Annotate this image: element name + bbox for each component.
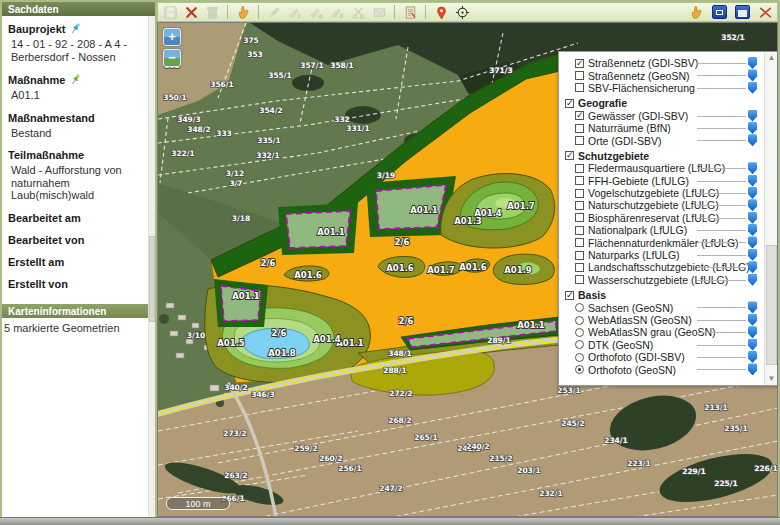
opacity-slider[interactable] bbox=[697, 187, 757, 199]
map-viewport[interactable]: 375353352356/1355/1357/1358/1350/1354/23… bbox=[157, 22, 778, 517]
slider-handle-icon[interactable] bbox=[748, 274, 757, 286]
slider-handle-icon[interactable] bbox=[748, 301, 757, 313]
slider-handle-icon[interactable] bbox=[748, 199, 757, 211]
opacity-slider[interactable] bbox=[697, 82, 757, 94]
layer-checkbox[interactable] bbox=[575, 124, 584, 133]
layer-checkbox[interactable] bbox=[565, 291, 574, 300]
opacity-slider[interactable] bbox=[697, 236, 757, 248]
slider-handle-icon[interactable] bbox=[748, 314, 757, 326]
opacity-slider[interactable] bbox=[697, 212, 757, 224]
layer-checkbox[interactable] bbox=[575, 213, 584, 222]
opacity-slider[interactable] bbox=[697, 363, 757, 375]
layer-row[interactable]: DTK (GeoSN) bbox=[563, 339, 762, 351]
layer-row[interactable]: Orthofoto (GeoSN) bbox=[563, 363, 762, 375]
overview-toggle-button[interactable] bbox=[711, 4, 727, 20]
layer-row[interactable]: Wasserschutzgebiete (LfULG) bbox=[563, 274, 762, 286]
karteninformationen-header[interactable]: Karteninformationen bbox=[2, 304, 155, 318]
layer-checkbox[interactable] bbox=[575, 83, 584, 92]
sidebar-scrollbar[interactable] bbox=[148, 16, 155, 517]
opacity-slider[interactable] bbox=[697, 249, 757, 261]
layer-checkbox[interactable] bbox=[565, 99, 574, 108]
layer-row[interactable]: SBV-Flächensicherung bbox=[563, 82, 762, 94]
opacity-slider[interactable] bbox=[697, 199, 757, 211]
layer-checkbox[interactable] bbox=[575, 111, 584, 120]
slider-handle-icon[interactable] bbox=[748, 110, 757, 122]
layer-checkbox[interactable] bbox=[575, 226, 584, 235]
opacity-slider[interactable] bbox=[697, 134, 757, 146]
opacity-slider[interactable] bbox=[697, 122, 757, 134]
slider-handle-icon[interactable] bbox=[748, 339, 757, 351]
opacity-slider[interactable] bbox=[697, 261, 757, 273]
opacity-slider[interactable] bbox=[697, 224, 757, 236]
layer-panel-scrollbar[interactable]: ▲ ▼ bbox=[764, 52, 778, 385]
slider-handle-icon[interactable] bbox=[748, 326, 757, 338]
slider-handle-icon[interactable] bbox=[748, 187, 757, 199]
layer-row[interactable]: Orte (GDI-SBV) bbox=[563, 134, 762, 146]
layer-group-row[interactable]: Basis bbox=[563, 289, 762, 301]
opacity-slider[interactable] bbox=[697, 301, 757, 313]
layer-row[interactable]: Flächennaturdenkmäler (LfULG) bbox=[563, 236, 762, 248]
zoom-out-button[interactable]: − bbox=[163, 49, 181, 67]
slider-handle-icon[interactable] bbox=[748, 363, 757, 375]
layer-radio[interactable] bbox=[575, 316, 584, 325]
slider-handle-icon[interactable] bbox=[748, 351, 757, 363]
layer-radio[interactable] bbox=[575, 328, 584, 337]
layer-row[interactable]: Naturschutzgebiete (LfULG) bbox=[563, 199, 762, 211]
slider-handle-icon[interactable] bbox=[748, 162, 757, 174]
slider-handle-icon[interactable] bbox=[748, 69, 757, 81]
layer-row[interactable]: Orthofoto (GDI-SBV) bbox=[563, 351, 762, 363]
layer-group-row[interactable]: Schutzgebiete bbox=[563, 150, 762, 162]
layer-checkbox[interactable] bbox=[575, 176, 584, 185]
layer-row[interactable]: Sachsen (GeoSN) bbox=[563, 301, 762, 313]
scroll-down-icon[interactable]: ▼ bbox=[765, 373, 778, 385]
layer-row[interactable]: Biosphärenreservat (LfULG) bbox=[563, 212, 762, 224]
layer-row[interactable]: Fledermausquartiere (LfULG) bbox=[563, 162, 762, 174]
sachdaten-header[interactable]: Sachdaten bbox=[2, 2, 155, 16]
layer-checkbox[interactable] bbox=[575, 136, 584, 145]
close-button[interactable] bbox=[757, 4, 773, 20]
layer-panel-scrollbar-thumb[interactable] bbox=[766, 245, 777, 365]
slider-handle-icon[interactable] bbox=[748, 224, 757, 236]
legend-toggle-button[interactable] bbox=[734, 4, 750, 20]
opacity-slider[interactable] bbox=[697, 162, 757, 174]
layer-row[interactable]: Straßennetz (GeoSN) bbox=[563, 69, 762, 81]
scroll-up-icon[interactable]: ▲ bbox=[765, 52, 778, 64]
slider-handle-icon[interactable] bbox=[748, 212, 757, 224]
layer-checkbox[interactable] bbox=[575, 201, 584, 210]
slider-handle-icon[interactable] bbox=[748, 82, 757, 94]
layer-checkbox[interactable] bbox=[575, 59, 584, 68]
zoom-in-button[interactable]: + bbox=[163, 28, 181, 46]
layer-row[interactable]: Naturparks (LfULG) bbox=[563, 249, 762, 261]
layer-row[interactable]: Vogelschutzgebiete (LfULG) bbox=[563, 187, 762, 199]
layer-checkbox[interactable] bbox=[575, 263, 584, 272]
slider-handle-icon[interactable] bbox=[748, 249, 757, 261]
layer-checkbox[interactable] bbox=[575, 275, 584, 284]
marker-button[interactable] bbox=[433, 4, 449, 20]
slider-handle-icon[interactable] bbox=[748, 122, 757, 134]
layer-row[interactable]: Landschaftsschutzgebiete (LfULG) bbox=[563, 261, 762, 273]
layer-row[interactable]: Straßennetz (GDI-SBV) bbox=[563, 57, 762, 69]
slider-handle-icon[interactable] bbox=[748, 175, 757, 187]
opacity-slider[interactable] bbox=[697, 57, 757, 69]
report-button[interactable] bbox=[402, 4, 418, 20]
layer-row[interactable]: FFH-Gebiete (LfULG) bbox=[563, 175, 762, 187]
layer-row[interactable]: Nationalpark (LfULG) bbox=[563, 224, 762, 236]
slider-handle-icon[interactable] bbox=[748, 261, 757, 273]
layer-row[interactable]: Naturräume (BfN) bbox=[563, 122, 762, 134]
slider-handle-icon[interactable] bbox=[748, 134, 757, 146]
layer-radio[interactable] bbox=[575, 353, 584, 362]
opacity-slider[interactable] bbox=[697, 69, 757, 81]
layer-group-row[interactable]: Geografie bbox=[563, 97, 762, 109]
layer-checkbox[interactable] bbox=[575, 71, 584, 80]
opacity-slider[interactable] bbox=[697, 326, 757, 338]
layer-checkbox[interactable] bbox=[575, 164, 584, 173]
layer-checkbox[interactable] bbox=[575, 238, 584, 247]
opacity-slider[interactable] bbox=[697, 351, 757, 363]
layer-row[interactable]: Gewässer (GDI-SBV) bbox=[563, 110, 762, 122]
opacity-slider[interactable] bbox=[697, 314, 757, 326]
slider-handle-icon[interactable] bbox=[748, 57, 757, 69]
layer-checkbox[interactable] bbox=[575, 189, 584, 198]
select-hand-button[interactable] bbox=[235, 4, 251, 20]
opacity-slider[interactable] bbox=[697, 339, 757, 351]
layer-radio[interactable] bbox=[575, 365, 584, 374]
